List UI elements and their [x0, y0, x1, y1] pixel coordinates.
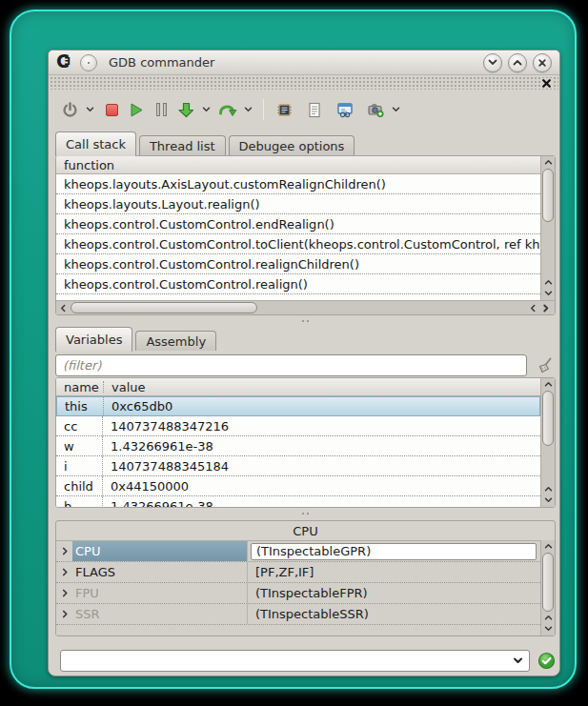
register-value-cell[interactable]: (TInspectableGPR): [247, 541, 540, 561]
clean-filter-button[interactable]: [536, 356, 554, 374]
cpu-register-row[interactable]: CPU (TInspectableGPR): [56, 541, 540, 562]
register-value-cell[interactable]: (TInspectableFPR): [247, 583, 540, 603]
scroll-up-icon[interactable]: [541, 612, 555, 623]
x-glyph: [541, 78, 552, 89]
power-dropdown-icon[interactable]: [83, 98, 96, 121]
callstack-row[interactable]: kheops.control.CustomControl.realign(): [56, 274, 540, 294]
snapshot-button[interactable]: [364, 98, 387, 121]
dock-pin-button[interactable]: [80, 54, 97, 71]
scroll-up-icon[interactable]: [541, 276, 555, 288]
variable-row[interactable]: w 1.43266961e-38: [56, 436, 540, 456]
callstack-row[interactable]: kheops.layouts.Layout.realign(): [56, 194, 540, 214]
snapshot-dropdown-icon[interactable]: [389, 98, 402, 121]
scroll-up-icon[interactable]: [541, 483, 555, 494]
pause-button[interactable]: [150, 98, 172, 121]
filter-input[interactable]: [55, 354, 527, 376]
scrollbar-thumb[interactable]: [71, 302, 257, 313]
close-button[interactable]: [533, 53, 552, 72]
power-button[interactable]: [58, 98, 81, 121]
cpu-view-button[interactable]: [273, 98, 295, 121]
output-button[interactable]: [303, 98, 326, 121]
tab[interactable]: Variables: [55, 327, 132, 352]
variable-row[interactable]: this 0xc65db0: [56, 396, 540, 416]
scrollbar-thumb[interactable]: [542, 391, 554, 446]
scroll-up-icon[interactable]: [541, 378, 555, 390]
callstack-row[interactable]: kheops.layouts.AxisLayout.customRealignC…: [56, 174, 540, 194]
variable-value: 1.43266961e-38: [103, 499, 213, 508]
scroll-down-icon[interactable]: [541, 288, 555, 299]
scroll-down-icon[interactable]: [541, 623, 555, 635]
splitter-handle[interactable]: [55, 508, 556, 519]
variable-row[interactable]: child 0x44150000: [56, 476, 540, 496]
register-value-cell[interactable]: [PF,ZF,IF]: [247, 562, 540, 582]
callstack-column-header[interactable]: function: [56, 156, 555, 174]
variable-row[interactable]: b 1.43266961e-38: [56, 496, 540, 507]
variable-name: w: [56, 436, 103, 455]
run-button[interactable]: [125, 98, 148, 121]
tab[interactable]: Debugee options: [229, 135, 355, 155]
maximize-button[interactable]: [508, 53, 527, 72]
callstack-row[interactable]: kheops.control.CustomControl.toClient(kh…: [56, 234, 540, 254]
variable-name: child: [56, 476, 103, 495]
scroll-up-icon[interactable]: [541, 156, 555, 168]
callstack-row[interactable]: kheops.control.CustomControl.endRealign(…: [56, 214, 540, 234]
variables-vertical-scrollbar[interactable]: [540, 378, 555, 507]
variable-name: i: [56, 456, 103, 475]
shade-button[interactable]: [483, 53, 502, 72]
scrollbar-thumb[interactable]: [542, 169, 554, 222]
expand-icon[interactable]: [56, 604, 72, 624]
scroll-right-icon[interactable]: [539, 301, 553, 315]
expand-icon[interactable]: [56, 583, 72, 603]
scroll-up-icon[interactable]: [541, 540, 555, 552]
tab[interactable]: Thread list: [139, 135, 226, 155]
cpu-vertical-scrollbar[interactable]: [540, 540, 555, 635]
app-logo-icon: C Ǝ: [56, 55, 74, 71]
callstack-horizontal-scrollbar[interactable]: [56, 300, 555, 314]
callstack-row[interactable]: kheops.control.CustomControl.realignChil…: [56, 254, 540, 274]
tab-label: Call stack: [66, 137, 126, 151]
variables-column-header[interactable]: name value: [56, 378, 555, 396]
callstack-row-text: kheops.layouts.Layout.realign(): [64, 197, 260, 212]
step-over-icon: [218, 102, 237, 118]
step-over-button[interactable]: [216, 98, 239, 121]
variables-list: this 0xc65db0 cc 140737488347216 w 1.432…: [56, 396, 540, 507]
tab-label: Debugee options: [239, 139, 345, 153]
scroll-left-icon[interactable]: [56, 301, 70, 315]
splitter-handle[interactable]: [55, 315, 556, 327]
tab[interactable]: Assembly: [135, 331, 216, 351]
register-name: FPU: [72, 583, 247, 603]
cpu-register-row[interactable]: FLAGS [PF,ZF,IF]: [56, 562, 540, 583]
confirm-button[interactable]: [537, 652, 556, 670]
register-value-cell[interactable]: (TInspectableSSR): [247, 604, 540, 624]
chevron-down-icon: [86, 107, 94, 112]
dock-header-grip[interactable]: [50, 76, 558, 90]
register-value: (TInspectableSSR): [255, 607, 369, 621]
tab-label: Thread list: [150, 139, 215, 153]
step-button[interactable]: [174, 98, 197, 121]
tab[interactable]: Call stack: [55, 131, 136, 156]
expand-icon[interactable]: [56, 562, 72, 582]
scroll-left-icon[interactable]: [526, 301, 539, 315]
callstack-vertical-scrollbar[interactable]: [540, 156, 555, 300]
stop-button[interactable]: [100, 98, 123, 121]
dock-close-icon[interactable]: [540, 78, 553, 89]
gdb-commander-window: C Ǝ GDB commander: [48, 50, 560, 676]
expand-icon[interactable]: [56, 541, 72, 561]
scrollbar-thumb[interactable]: [542, 553, 554, 612]
cpu-register-row[interactable]: FPU (TInspectableFPR): [56, 583, 540, 604]
step-dropdown-icon[interactable]: [199, 98, 213, 121]
window-frame: C Ǝ GDB commander: [10, 10, 577, 689]
watch-button[interactable]: [334, 98, 356, 121]
power-icon: [62, 102, 78, 118]
expression-combobox[interactable]: [60, 650, 530, 672]
combobox-dropdown[interactable]: [513, 651, 523, 671]
step-icon: [177, 101, 195, 119]
titlebar[interactable]: C Ǝ GDB commander: [49, 50, 559, 75]
callstack-row-text: kheops.control.CustomControl.realignChil…: [64, 257, 359, 272]
step-over-dropdown-icon[interactable]: [241, 98, 254, 121]
cpu-register-row[interactable]: SSR (TInspectableSSR): [56, 604, 540, 625]
scroll-down-icon[interactable]: [541, 494, 555, 506]
variable-row[interactable]: cc 140737488347216: [56, 416, 540, 436]
variable-row[interactable]: i 140737488345184: [56, 456, 540, 476]
variable-value: 0x44150000: [103, 479, 189, 494]
